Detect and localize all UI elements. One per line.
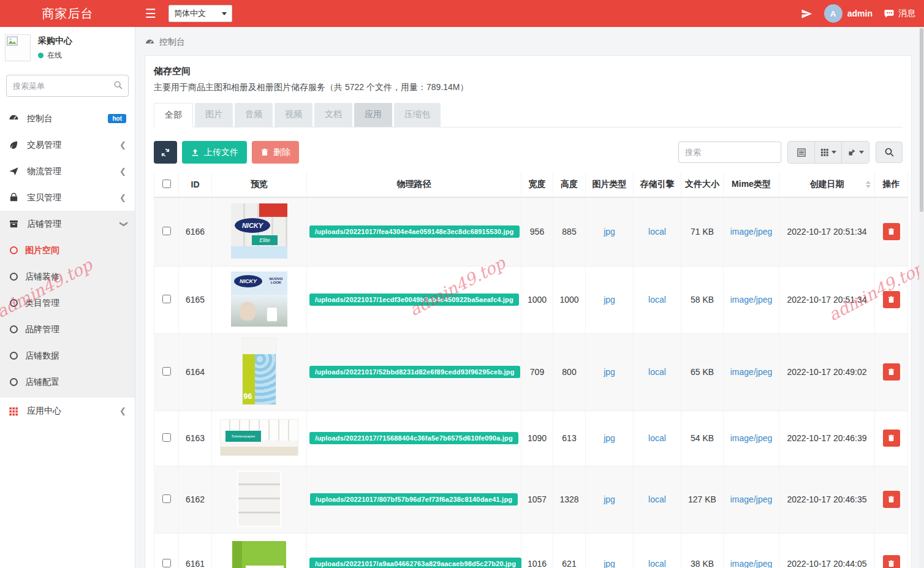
col-preview[interactable]: 预览: [212, 172, 307, 197]
col-id[interactable]: ID: [179, 172, 212, 197]
file-path-badge[interactable]: /uploads/20221017/1ecdf3e0049b3ab4e45092…: [309, 293, 519, 306]
col-path[interactable]: 物理路径: [307, 172, 521, 197]
col-storage-engine[interactable]: 存储引擎: [634, 172, 681, 197]
refresh-icon: [161, 148, 170, 157]
send-icon[interactable]: [801, 7, 813, 20]
file-path-badge[interactable]: /uploads/20221017/fea4304e4ae059148e3ec8…: [309, 225, 520, 238]
sidebar-subitem-shop-decoration[interactable]: 店铺装修: [0, 263, 135, 290]
menu-search-input[interactable]: [6, 75, 129, 97]
row-checkbox[interactable]: [162, 494, 171, 503]
mime-type-link[interactable]: image/jpeg: [730, 494, 773, 504]
tab-apps[interactable]: 应用: [354, 103, 392, 127]
sidebar-item-goods[interactable]: 宝贝管理 ❮: [0, 184, 135, 211]
file-path-badge[interactable]: /uploads/20221017/715688404c36fa5e7b6575…: [309, 432, 518, 444]
vertical-scrollbar[interactable]: [919, 27, 924, 568]
mime-type-link[interactable]: image/jpeg: [730, 227, 773, 237]
row-checkbox[interactable]: [162, 433, 171, 442]
refresh-button[interactable]: [154, 141, 177, 164]
delete-button[interactable]: 删除: [252, 141, 299, 164]
select-all-checkbox[interactable]: [162, 180, 171, 188]
image-type-link[interactable]: jpg: [604, 494, 615, 504]
language-select[interactable]: 简体中文: [169, 5, 232, 22]
sidebar-subitem-shop-config[interactable]: 店铺配置: [0, 369, 135, 395]
tab-audio[interactable]: 音频: [235, 103, 273, 127]
preview-image[interactable]: [237, 471, 281, 527]
row-checkbox[interactable]: [162, 559, 171, 567]
preview-image[interactable]: 96: [242, 338, 276, 405]
scrollbar-thumb[interactable]: [920, 28, 923, 212]
cell-id: 6164: [179, 333, 212, 411]
row-delete-button[interactable]: [883, 223, 900, 240]
tab-all[interactable]: 全部: [154, 103, 193, 127]
table-row: 6162 /uploads/20221017/807bf57b96d7ef73f…: [154, 466, 908, 533]
list-view-button[interactable]: [788, 142, 815, 163]
storage-engine-link[interactable]: local: [648, 295, 666, 305]
sidebar-subitem-category-management[interactable]: 类目管理: [0, 290, 135, 316]
row-delete-button[interactable]: [883, 291, 900, 308]
storage-engine-link[interactable]: local: [648, 494, 666, 504]
upload-button[interactable]: 上传文件: [182, 141, 247, 164]
col-height[interactable]: 高度: [553, 172, 586, 197]
sidebar-subitem-brand-management[interactable]: 品牌管理: [0, 316, 135, 343]
storage-engine-link[interactable]: local: [648, 227, 666, 237]
columns-view-button[interactable]: [815, 142, 842, 163]
export-button[interactable]: [842, 142, 869, 163]
cell-created: 2022-10-17 20:49:02: [779, 333, 875, 411]
sidebar-item-logistics[interactable]: 物流管理 ❮: [0, 158, 135, 184]
tab-images[interactable]: 图片: [195, 103, 233, 127]
cell-height: 800: [553, 333, 586, 411]
image-type-link[interactable]: jpg: [604, 295, 615, 305]
mime-type-link[interactable]: image/jpeg: [730, 433, 773, 443]
col-image-type[interactable]: 图片类型: [586, 172, 634, 197]
search-submit-button[interactable]: [876, 142, 903, 163]
image-type-link[interactable]: jpg: [604, 433, 615, 443]
col-file-size[interactable]: 文件大小: [681, 172, 724, 197]
sidebar-subitem-image-space[interactable]: 图片空间: [0, 237, 135, 263]
sidebar-subitem-shop-data[interactable]: 店铺数据: [0, 343, 135, 369]
storage-engine-link[interactable]: local: [648, 367, 666, 377]
image-type-link[interactable]: jpg: [604, 367, 615, 377]
image-type-link[interactable]: jpg: [604, 559, 615, 568]
sidebar-item-shop-management[interactable]: 店铺管理 ❮: [0, 211, 135, 237]
preview-image[interactable]: Toilettenpapier: [220, 419, 298, 456]
mime-type-link[interactable]: image/jpeg: [730, 295, 773, 305]
row-checkbox[interactable]: [162, 295, 171, 303]
trash-icon: [260, 148, 269, 157]
row-delete-button[interactable]: [883, 430, 900, 447]
storage-engine-link[interactable]: local: [648, 559, 666, 568]
file-path-badge[interactable]: /uploads/20221017/52bbd8231d82e6f89cedd9…: [309, 366, 520, 378]
tab-video[interactable]: 视频: [275, 103, 312, 127]
messages-button[interactable]: 消息: [884, 8, 915, 19]
sidebar-item-app-center[interactable]: 应用中心 ❮: [0, 398, 135, 424]
user-menu[interactable]: A admin: [824, 4, 873, 23]
tab-archives[interactable]: 压缩包: [394, 103, 441, 127]
row-delete-button[interactable]: [883, 491, 900, 508]
file-path-badge[interactable]: /uploads/20221017/a9aa04662763a829aacaeb…: [309, 558, 521, 568]
trash-icon: [887, 295, 895, 304]
col-mime-type[interactable]: Mime类型: [724, 172, 779, 197]
sort-icon[interactable]: [866, 181, 871, 188]
storage-engine-link[interactable]: local: [648, 433, 666, 443]
hamburger-menu-icon[interactable]: ☰: [145, 7, 156, 20]
sidebar-item-trade[interactable]: 交易管理 ❮: [0, 132, 135, 158]
col-width[interactable]: 宽度: [521, 172, 553, 197]
row-checkbox[interactable]: [162, 367, 171, 376]
cell-size: 71 KB: [681, 197, 724, 266]
row-delete-button[interactable]: [883, 555, 900, 568]
preview-image[interactable]: NICKYNUOVO LOOK: [231, 271, 287, 327]
preview-image[interactable]: cabooTree Free TP: [230, 539, 289, 568]
mime-type-link[interactable]: image/jpeg: [730, 559, 773, 568]
preview-image[interactable]: NICKYElite: [231, 203, 287, 259]
sidebar-item-dashboard[interactable]: 控制台 hot: [0, 105, 135, 132]
image-type-link[interactable]: jpg: [604, 227, 615, 237]
mime-type-link[interactable]: image/jpeg: [730, 367, 773, 377]
row-checkbox[interactable]: [162, 227, 171, 235]
chevron-left-icon: ❮: [119, 193, 126, 202]
row-delete-button[interactable]: [883, 363, 900, 381]
tab-documents[interactable]: 文档: [314, 103, 352, 127]
col-created-date[interactable]: 创建日期: [779, 172, 875, 197]
file-path-badge[interactable]: /uploads/20221017/807bf57b96d7ef73f6a238…: [310, 493, 518, 506]
table-search-input[interactable]: [678, 142, 781, 163]
chevron-down-icon: ❮: [118, 221, 127, 227]
col-actions: 操作: [875, 172, 908, 197]
